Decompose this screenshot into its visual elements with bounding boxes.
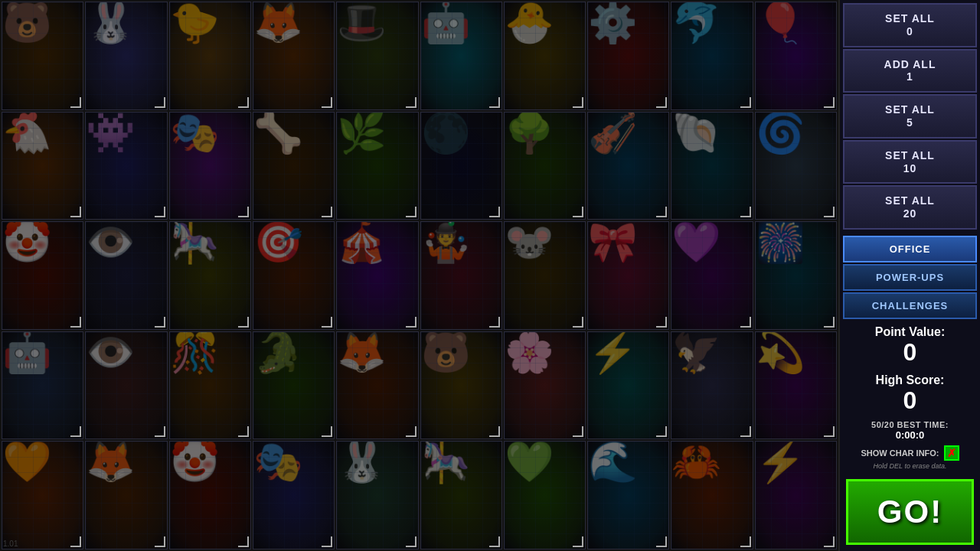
cell-bracket <box>155 317 165 328</box>
cell-bracket <box>155 97 165 108</box>
character-cell[interactable]: 🐰 <box>85 2 167 110</box>
character-cell[interactable]: 🤖 <box>420 2 502 110</box>
character-cell[interactable]: 🐔 <box>2 112 83 220</box>
set-all-5-button[interactable]: SET ALL 5 <box>843 94 977 139</box>
cell-overlay <box>421 112 501 220</box>
cell-overlay <box>170 222 250 329</box>
character-cell[interactable]: 🦊 <box>85 441 167 549</box>
character-cell[interactable]: 🎠 <box>420 441 502 549</box>
character-cell[interactable]: 🤖 <box>2 331 83 440</box>
cell-overlay <box>505 112 585 220</box>
character-cell[interactable]: 🤡 <box>169 441 251 549</box>
cell-overlay <box>671 332 752 439</box>
cell-overlay <box>170 442 250 549</box>
cell-overlay <box>505 2 585 109</box>
set-all-10-button[interactable]: SET ALL 10 <box>843 140 977 184</box>
character-cell[interactable]: 👾 <box>85 112 167 220</box>
cell-bracket <box>656 536 667 547</box>
go-button[interactable]: GO! <box>846 479 974 545</box>
add-all-1-button[interactable]: ADD ALL 1 <box>843 49 977 93</box>
character-cell[interactable]: 🧡 <box>2 441 83 549</box>
cell-overlay <box>337 112 417 220</box>
character-cell[interactable]: ⚡ <box>587 331 669 440</box>
character-cell[interactable]: 💫 <box>755 331 837 440</box>
cell-overlay <box>2 112 83 220</box>
character-cell[interactable]: 🌊 <box>587 441 669 549</box>
character-cell[interactable]: 🦴 <box>253 112 335 220</box>
challenges-button[interactable]: CHALLENGES <box>843 292 977 319</box>
cell-bracket <box>740 97 751 108</box>
character-cell[interactable]: 🦊 <box>253 2 335 110</box>
character-cell[interactable]: 🌑 <box>420 112 502 220</box>
cell-overlay <box>588 2 668 109</box>
point-value: 0 <box>846 339 974 366</box>
character-cell[interactable]: 🤹 <box>420 221 502 330</box>
character-cell[interactable]: 🎠 <box>169 221 251 330</box>
character-cell[interactable]: 🐊 <box>253 331 335 440</box>
character-cell[interactable]: 👁️ <box>85 331 167 440</box>
cell-bracket <box>489 426 500 437</box>
character-cell[interactable]: 🎯 <box>253 221 335 330</box>
character-cell[interactable]: 💜 <box>671 221 753 330</box>
character-cell[interactable]: 🦊 <box>336 331 418 440</box>
character-cell[interactable]: 🎩 <box>336 2 418 110</box>
cell-bracket <box>656 426 667 437</box>
character-cell[interactable]: 🐭 <box>504 221 586 330</box>
cell-overlay <box>588 222 668 329</box>
cell-overlay <box>86 112 166 220</box>
cell-bracket <box>155 426 165 437</box>
show-char-label: SHOW CHAR INFO: <box>861 448 939 458</box>
character-cell[interactable]: 🐻 <box>2 2 83 110</box>
character-cell[interactable]: 🎻 <box>587 112 669 220</box>
set-all-20-button[interactable]: SET ALL 20 <box>843 185 977 230</box>
set-all-0-button[interactable]: SET ALL 0 <box>843 3 977 47</box>
cell-bracket <box>406 207 416 217</box>
cell-overlay <box>2 442 83 549</box>
character-cell[interactable]: 🦀 <box>671 441 753 549</box>
character-cell[interactable]: 🎭 <box>169 112 251 220</box>
cell-overlay <box>170 332 250 439</box>
cell-bracket <box>322 536 332 547</box>
cell-bracket <box>322 426 332 437</box>
character-cell[interactable]: 🌿 <box>336 112 418 220</box>
character-cell[interactable]: 🐰 <box>336 441 418 549</box>
character-cell[interactable]: 🐬 <box>671 2 753 110</box>
character-cell[interactable]: 🌸 <box>504 331 586 440</box>
cell-overlay <box>588 112 668 220</box>
erase-hint: Hold DEL to erase data. <box>846 462 974 470</box>
character-cell[interactable]: ⚡ <box>755 441 837 549</box>
cell-bracket <box>406 97 416 108</box>
cell-overlay <box>86 222 166 329</box>
character-cell[interactable]: 🎀 <box>587 221 669 330</box>
character-cell[interactable]: 🦅 <box>671 331 753 440</box>
cell-overlay <box>505 332 585 439</box>
character-cell[interactable]: 🤡 <box>2 221 83 330</box>
character-cell[interactable]: 🎊 <box>169 331 251 440</box>
character-cell[interactable]: 🌳 <box>504 112 586 220</box>
character-cell[interactable]: 🎭 <box>253 441 335 549</box>
show-char-checkbox[interactable]: ✗ <box>944 445 959 461</box>
power-ups-button[interactable]: POWER-UPS <box>843 264 977 291</box>
character-cell[interactable]: ⚙️ <box>587 2 669 110</box>
character-cell[interactable]: 🌀 <box>755 112 837 220</box>
character-cell[interactable]: 🎈 <box>755 2 837 110</box>
character-cell[interactable]: 🐣 <box>504 2 586 110</box>
character-cell[interactable]: 🎆 <box>755 221 837 330</box>
character-cell[interactable]: 🐚 <box>671 112 753 220</box>
cell-overlay <box>588 332 668 439</box>
office-button[interactable]: OFFICE <box>843 236 977 262</box>
cell-bracket <box>322 207 332 217</box>
cell-bracket <box>489 207 500 217</box>
cell-bracket <box>740 426 751 437</box>
cell-overlay <box>2 2 83 109</box>
character-cell[interactable]: 🐤 <box>169 2 251 110</box>
character-cell[interactable]: 🐻 <box>420 331 502 440</box>
cell-bracket <box>656 317 667 328</box>
character-cell[interactable]: 🎪 <box>336 221 418 330</box>
character-cell[interactable]: 👁️ <box>85 221 167 330</box>
character-cell[interactable]: 💚 <box>504 441 586 549</box>
cell-overlay <box>337 222 417 329</box>
best-time-value: 0:00:0 <box>846 429 974 441</box>
cell-bracket <box>322 97 332 108</box>
cell-bracket <box>656 207 667 217</box>
